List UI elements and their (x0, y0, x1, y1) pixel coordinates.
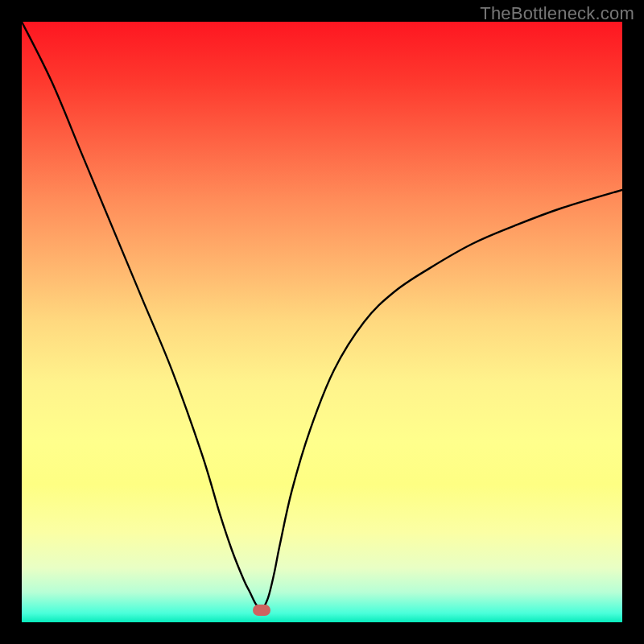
plot-area (22, 22, 622, 622)
watermark-text: TheBottleneck.com (480, 3, 634, 24)
curve-left-branch (22, 22, 262, 610)
bottleneck-curve (22, 22, 622, 622)
curve-right-branch (262, 190, 622, 610)
minimum-marker (253, 605, 270, 616)
chart-frame: TheBottleneck.com (0, 0, 644, 644)
